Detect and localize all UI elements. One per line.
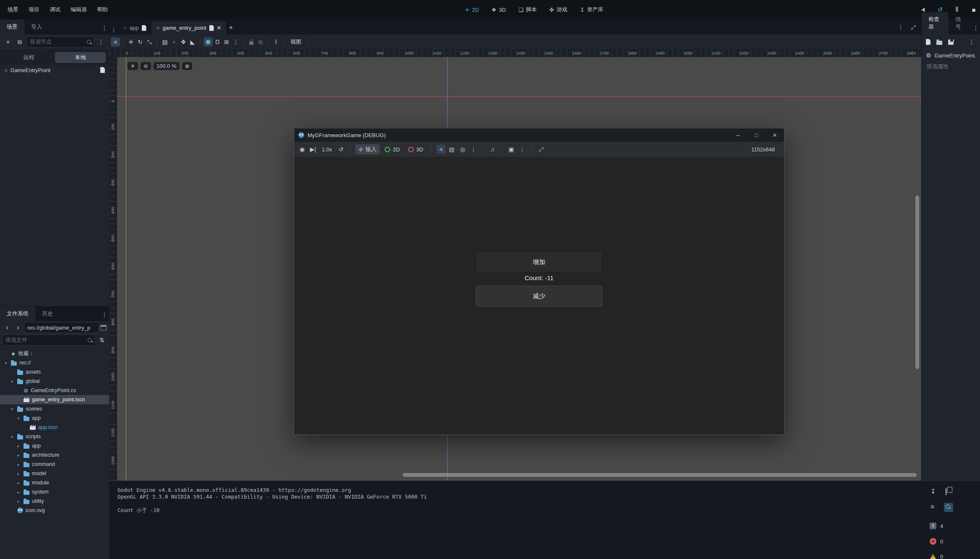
tree-arrow-icon[interactable]: ▸ bbox=[16, 444, 21, 448]
file-tree-item[interactable]: ▾res:// bbox=[0, 358, 109, 367]
file-tree-item[interactable]: ▾global bbox=[0, 377, 109, 386]
mode-3d-button[interactable]: 3D bbox=[405, 145, 427, 154]
collapse-log-icon[interactable]: ≡ bbox=[930, 503, 934, 510]
snap-toggle-icon[interactable]: ⬢ bbox=[203, 37, 213, 47]
messages-filter-badge[interactable]: !4 bbox=[930, 523, 943, 529]
zoom-in-icon[interactable]: ⊕ bbox=[182, 62, 193, 70]
tree-arrow-icon[interactable]: ▾ bbox=[10, 407, 15, 411]
file-tree-item[interactable]: ★收藏： bbox=[0, 349, 109, 358]
decrease-button[interactable]: 减少 bbox=[476, 286, 602, 307]
close-icon[interactable]: ✕ bbox=[766, 132, 784, 138]
warnings-filter-badge[interactable]: 0 bbox=[930, 554, 943, 559]
next-frame-icon[interactable]: ▶| bbox=[308, 145, 318, 154]
save-log-icon[interactable]: ↧ bbox=[930, 488, 936, 495]
expand-viewport-icon[interactable]: ⤢ bbox=[909, 23, 918, 32]
file-tree-item[interactable]: ▸app bbox=[0, 441, 109, 450]
zoom-level-label[interactable]: 100.0 % bbox=[154, 62, 180, 70]
script-icon[interactable] bbox=[142, 25, 146, 31]
sort-files-icon[interactable]: ⇅ bbox=[97, 335, 107, 345]
snap-options-icon[interactable]: ⋮ bbox=[231, 37, 240, 47]
new-resource-icon[interactable] bbox=[926, 39, 930, 45]
script-icon[interactable] bbox=[100, 67, 105, 73]
file-tree-item[interactable]: app.tscn bbox=[0, 423, 109, 432]
reload-icon[interactable]: ↺ bbox=[336, 145, 346, 154]
select-cursor-icon[interactable]: ➤ bbox=[436, 145, 446, 154]
dock-menu-icon[interactable]: ⋮ bbox=[100, 23, 109, 33]
inspected-node-row[interactable]: ⚙ GameEntryPoint. bbox=[922, 49, 980, 61]
increase-button[interactable]: 增加 bbox=[476, 252, 602, 273]
select-tool-icon[interactable]: ➤ bbox=[111, 37, 120, 47]
maximize-icon[interactable]: □ bbox=[747, 132, 766, 138]
menu-1[interactable]: 项目 bbox=[24, 4, 44, 15]
file-tree-item[interactable]: ▸model bbox=[0, 469, 109, 478]
tab-signals[interactable]: 信号 bbox=[949, 12, 971, 34]
rotate-tool-icon[interactable]: ↻ bbox=[136, 37, 145, 47]
debug-icon[interactable]: ◉ bbox=[297, 145, 307, 154]
fs-path-field[interactable]: res://global/game_entry_p bbox=[24, 322, 99, 333]
view-menu[interactable]: 视图 bbox=[287, 38, 305, 46]
file-tree-item[interactable]: ▾scenes bbox=[0, 404, 109, 413]
tree-arrow-icon[interactable]: ▸ bbox=[16, 462, 21, 467]
workspace-游戏[interactable]: ✜游戏 bbox=[546, 4, 571, 15]
workspace-3d[interactable]: ❖3D bbox=[488, 5, 509, 15]
speed-label[interactable]: 1.0x bbox=[319, 146, 335, 153]
tree-arrow-icon[interactable]: ▾ bbox=[10, 379, 15, 384]
scene-tree-root-node[interactable]: ○ GameEntryPoint bbox=[0, 65, 109, 75]
menu-0[interactable]: 场景 bbox=[3, 4, 23, 15]
close-tab-icon[interactable]: ✕ bbox=[217, 25, 222, 31]
save-resource-icon[interactable] bbox=[948, 39, 954, 45]
menu-3[interactable]: 编辑器 bbox=[66, 4, 91, 15]
mode-2d-button[interactable]: 2D bbox=[381, 145, 403, 154]
file-tree-item[interactable]: ▸module bbox=[0, 478, 109, 487]
viewport-canvas[interactable]: 0100200300400500600700800900100011001200… bbox=[109, 57, 921, 481]
copy-log-icon[interactable] bbox=[946, 488, 946, 495]
move-tool-icon[interactable]: ✛ bbox=[126, 37, 136, 47]
scene-tree-options-icon[interactable]: ⋮ bbox=[96, 37, 106, 47]
script-icon[interactable] bbox=[209, 25, 214, 31]
errors-filter-badge[interactable]: ✕0 bbox=[930, 538, 943, 545]
tab-inspector[interactable]: 检查器 bbox=[922, 12, 949, 34]
list-select-icon[interactable]: ▤ bbox=[160, 37, 169, 47]
inspector-options-icon[interactable]: ⋮ bbox=[967, 37, 976, 47]
lock-selected-icon[interactable] bbox=[247, 37, 256, 47]
workspace-脚本[interactable]: ❏脚本 bbox=[515, 4, 540, 15]
scale-tool-icon[interactable]: ⤡ bbox=[145, 37, 154, 47]
minimize-icon[interactable]: ─ bbox=[729, 132, 747, 138]
tab-filesystem[interactable]: 文件系统 bbox=[0, 307, 35, 321]
tree-arrow-icon[interactable]: ▾ bbox=[3, 361, 8, 365]
camera-override-icon[interactable]: ▣ bbox=[507, 145, 516, 154]
fullscreen-icon[interactable]: ⤢ bbox=[537, 145, 546, 154]
menu-4[interactable]: 帮助 bbox=[93, 4, 112, 15]
input-mode-button[interactable]: ✜输入 bbox=[355, 144, 380, 154]
tree-arrow-icon[interactable]: ▾ bbox=[16, 416, 21, 421]
scene-tab-app[interactable]: ○app bbox=[118, 21, 151, 34]
nav-forward-icon[interactable]: › bbox=[13, 323, 23, 332]
tab-scene[interactable]: 场景 bbox=[0, 20, 24, 34]
group-selected-icon[interactable]: ⧉ bbox=[256, 37, 265, 47]
tree-arrow-icon[interactable]: ▸ bbox=[16, 471, 21, 476]
grid-snap-icon[interactable]: ⊞ bbox=[222, 37, 231, 47]
h-scrollbar[interactable] bbox=[403, 473, 917, 477]
tree-arrow-icon[interactable]: ▸ bbox=[16, 490, 21, 494]
pivot-tool-icon[interactable]: ⌖ bbox=[169, 37, 179, 47]
remote-button[interactable]: 远程 bbox=[3, 52, 54, 63]
tree-arrow-icon[interactable]: ▸ bbox=[16, 453, 21, 458]
local-button[interactable]: 本地 bbox=[55, 52, 106, 63]
tree-arrow-icon[interactable]: ▸ bbox=[16, 481, 21, 485]
more-options-icon[interactable]: ⋮ bbox=[469, 145, 478, 154]
filter-properties-input[interactable]: 筛选属性 bbox=[922, 61, 980, 72]
filter-files-input[interactable]: 筛选文件 bbox=[3, 335, 95, 346]
file-tree-item[interactable]: ▸command bbox=[0, 460, 109, 469]
scene-tab-game_entry_point[interactable]: ○game_entry_point✕ bbox=[151, 21, 227, 34]
file-tree-item[interactable]: ▾app bbox=[0, 413, 109, 423]
tab-history[interactable]: 历史 bbox=[35, 307, 60, 321]
file-tree-item[interactable]: ▸system bbox=[0, 487, 109, 497]
workspace-2d[interactable]: ✛2D bbox=[461, 5, 482, 15]
load-resource-icon[interactable] bbox=[936, 41, 942, 45]
workspace-资产库[interactable]: ↧资产库 bbox=[576, 4, 607, 15]
tab-import[interactable]: 导入 bbox=[24, 20, 49, 34]
list-select-icon[interactable]: ▤ bbox=[447, 145, 456, 154]
tab-list-icon[interactable]: ⋮ bbox=[109, 25, 118, 34]
fs-dock-menu-icon[interactable]: ⋮ bbox=[100, 310, 109, 320]
file-tree-item[interactable]: icon.svg bbox=[0, 506, 109, 515]
